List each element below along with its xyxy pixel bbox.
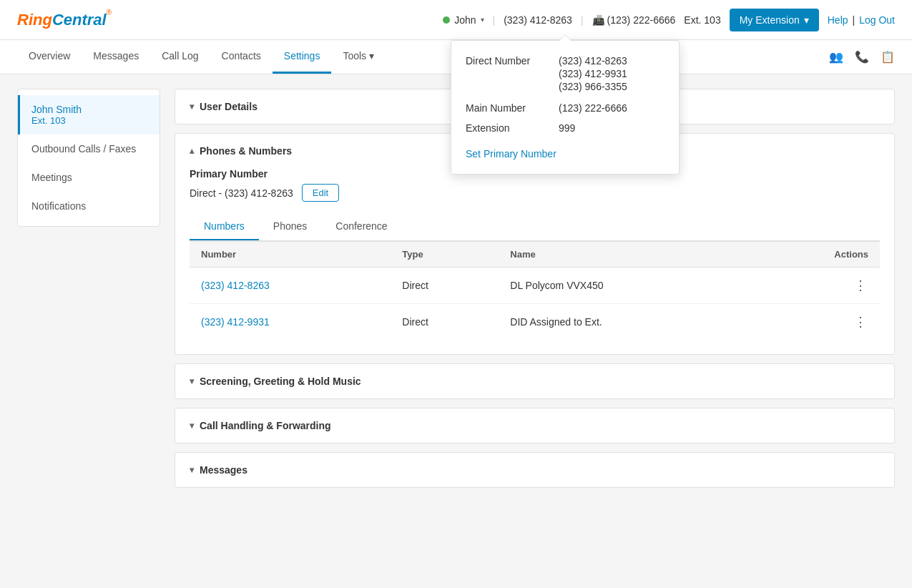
help-logout-area: Help | Log Out [828, 14, 895, 26]
sidebar-item-meetings[interactable]: Meetings [18, 163, 160, 192]
user-details-chevron-icon: ▾ [190, 102, 194, 112]
numbers-table: Number Type Name Actions (323) 412-8263 … [190, 241, 880, 340]
dropdown-direct-values: (323) 412-8263 (323) 412-9931 (323) 966-… [559, 55, 627, 94]
dropdown-extension-value: 999 [559, 122, 575, 134]
dropdown-direct-number-row: Direct Number (323) 412-8263 (323) 412-9… [466, 55, 665, 94]
nav-item-tools[interactable]: Tools ▾ [331, 40, 386, 74]
fax-number-area: 📠 (123) 222-6666 [592, 14, 676, 26]
help-link[interactable]: Help [828, 14, 848, 26]
logo-central: Central [52, 11, 107, 29]
row1-number-link[interactable]: (323) 412-8263 [201, 280, 270, 291]
dropdown-main-number-row: Main Number (123) 222-6666 [466, 102, 665, 114]
user-status-indicator [443, 16, 450, 24]
col-actions: Actions [755, 242, 880, 268]
call-handling-chevron-icon: ▾ [190, 421, 194, 431]
row2-actions-menu[interactable]: ⋮ [854, 315, 868, 329]
col-type: Type [391, 242, 499, 268]
table-row: (323) 412-9931 Direct DID Assigned to Ex… [190, 304, 880, 340]
row2-number: (323) 412-9931 [190, 304, 391, 340]
call-handling-header[interactable]: ▾ Call Handling & Forwarding [175, 408, 894, 443]
primary-number-display: Direct - (323) 412-8263 [190, 187, 293, 199]
row1-name: DL Polycom VVX450 [499, 268, 754, 304]
phones-numbers-body: Primary Number Direct - (323) 412-8263 E… [175, 168, 894, 354]
separator-3: | [853, 14, 855, 26]
sidebar-user-item[interactable]: John Smith Ext. 103 [18, 95, 160, 134]
edit-primary-number-button[interactable]: Edit [302, 184, 339, 202]
table-row: (323) 412-8263 Direct DL Polycom VVX450 … [190, 268, 880, 304]
extension-text: Ext. 103 [684, 14, 720, 26]
dropdown-extension-row: Extension 999 [466, 122, 665, 134]
my-extension-button[interactable]: My Extension ▾ [730, 9, 819, 31]
phone-icon[interactable]: 📞 [855, 50, 869, 64]
tab-numbers[interactable]: Numbers [190, 213, 259, 240]
messages-chevron-icon: ▾ [190, 465, 194, 475]
row1-actions-menu[interactable]: ⋮ [854, 278, 868, 293]
dropdown-extension-label: Extension [466, 122, 559, 134]
sidebar: John Smith Ext. 103 Outbound Calls / Fax… [17, 89, 160, 227]
direct-phone-number: (323) 412-8263 [504, 14, 572, 26]
col-name: Name [499, 242, 754, 268]
tools-chevron-icon: ▾ [369, 50, 374, 62]
dropdown-direct-label: Direct Number [466, 55, 559, 94]
logo-dot: ® [107, 9, 112, 16]
tab-phones[interactable]: Phones [259, 213, 321, 240]
user-dropdown-trigger[interactable]: John ▾ [443, 14, 484, 26]
nav-right-icons: 👥 📞 📋 [829, 40, 895, 74]
row2-actions: ⋮ [755, 304, 880, 340]
user-group-icon[interactable]: 👥 [829, 50, 843, 64]
sidebar-item-outbound[interactable]: Outbound Calls / Faxes [18, 134, 160, 163]
col-number: Number [190, 242, 391, 268]
row1-number: (323) 412-8263 [190, 268, 391, 304]
logo-ring: Ring [17, 11, 52, 29]
row2-name: DID Assigned to Ext. [499, 304, 754, 340]
nav-item-messages[interactable]: Messages [82, 40, 150, 74]
nav-item-settings[interactable]: Settings [273, 40, 332, 74]
header-right: John ▾ | (323) 412-8263 | 📠 (123) 222-66… [443, 9, 895, 31]
header: RingCentral® John ▾ | (323) 412-8263 | 📠… [0, 0, 912, 40]
call-handling-title: Call Handling & Forwarding [200, 420, 331, 431]
sidebar-item-notifications[interactable]: Notifications [18, 192, 160, 220]
messages-header[interactable]: ▾ Messages [175, 453, 894, 487]
tab-conference[interactable]: Conference [321, 213, 401, 240]
table-header: Number Type Name Actions [190, 242, 880, 268]
notes-icon[interactable]: 📋 [881, 50, 895, 64]
phones-numbers-tabs: Numbers Phones Conference [190, 213, 880, 241]
separator-2: | [581, 14, 584, 26]
primary-number-value-row: Direct - (323) 412-8263 Edit [190, 184, 880, 202]
dropdown-main-value: (123) 222-6666 [559, 102, 627, 114]
logout-link[interactable]: Log Out [859, 14, 895, 26]
phones-numbers-chevron-icon: ▴ [190, 146, 194, 156]
sidebar-user-ext: Ext. 103 [31, 115, 148, 126]
fax-icon: 📠 [592, 14, 604, 26]
screening-header[interactable]: ▾ Screening, Greeting & Hold Music [175, 364, 894, 398]
nav-item-call-log[interactable]: Call Log [150, 40, 210, 74]
table-header-row: Number Type Name Actions [190, 242, 880, 268]
dropdown-direct-number-2: (323) 412-9931 [559, 68, 627, 79]
dropdown-main-label: Main Number [466, 102, 559, 114]
screening-title: Screening, Greeting & Hold Music [200, 376, 361, 387]
dropdown-arrow [559, 35, 571, 41]
logo: RingCentral® [17, 11, 112, 29]
screening-section: ▾ Screening, Greeting & Hold Music [175, 363, 895, 399]
user-name: John [454, 14, 476, 26]
my-extension-chevron-icon: ▾ [804, 14, 809, 26]
user-details-title: User Details [200, 101, 258, 112]
dropdown-direct-number-3: (323) 966-3355 [559, 81, 627, 92]
nav-item-overview[interactable]: Overview [17, 40, 82, 74]
user-chevron-icon: ▾ [481, 16, 484, 24]
table-body: (323) 412-8263 Direct DL Polycom VVX450 … [190, 268, 880, 340]
user-dropdown-panel: Direct Number (323) 412-8263 (323) 412-9… [451, 40, 680, 175]
screening-chevron-icon: ▾ [190, 376, 194, 386]
phones-numbers-title: Phones & Numbers [200, 145, 292, 157]
messages-title: Messages [200, 464, 247, 476]
separator-1: | [493, 14, 496, 26]
fax-number: (123) 222-6666 [607, 14, 676, 26]
row1-actions: ⋮ [755, 268, 880, 304]
my-extension-label: My Extension [740, 14, 800, 26]
tools-label: Tools [343, 50, 366, 62]
set-primary-number-link[interactable]: Set Primary Number [466, 148, 556, 160]
nav-item-contacts[interactable]: Contacts [210, 40, 273, 74]
call-handling-section: ▾ Call Handling & Forwarding [175, 408, 895, 444]
row2-number-link[interactable]: (323) 412-9931 [201, 316, 270, 328]
row1-type: Direct [391, 268, 499, 304]
